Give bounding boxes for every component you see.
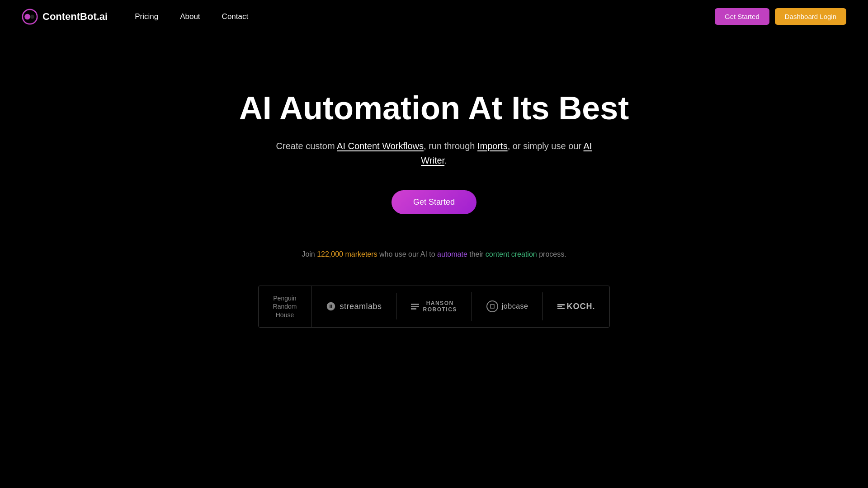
penguin-line2: Random bbox=[273, 302, 297, 310]
hero-subtitle-mid1: , run through bbox=[424, 141, 477, 151]
nav-get-started-button[interactable]: Get Started bbox=[715, 8, 769, 25]
logos-section: Penguin Random House streamlabs bbox=[258, 286, 610, 328]
hero-link-imports[interactable]: Imports bbox=[477, 141, 508, 151]
koch-text: KOCH. bbox=[566, 302, 595, 311]
hanson-text-2: ROBOTICS bbox=[423, 306, 457, 313]
logo-koch: KOCH. bbox=[543, 294, 609, 319]
nav-link-pricing[interactable]: Pricing bbox=[135, 12, 158, 21]
social-proof-post: process. bbox=[537, 250, 566, 258]
hero-subtitle-pre: Create custom bbox=[276, 141, 337, 151]
social-proof-mid1: who use our AI to bbox=[377, 250, 438, 258]
logo-jobcase: jobcase bbox=[472, 292, 543, 320]
social-proof: Join 122,000 marketers who use our AI to… bbox=[302, 250, 566, 258]
social-proof-automate: automate bbox=[437, 250, 467, 258]
social-proof-pre: Join bbox=[302, 250, 317, 258]
social-proof-content-creation: content creation bbox=[486, 250, 537, 258]
jobcase-icon bbox=[486, 300, 498, 312]
hanson-icon bbox=[411, 304, 419, 310]
jobcase-text: jobcase bbox=[502, 302, 528, 310]
logo-penguin: Penguin Random House bbox=[259, 286, 312, 327]
nav-links: Pricing About Contact bbox=[135, 12, 715, 21]
nav-link-contact[interactable]: Contact bbox=[222, 12, 249, 21]
koch-icon bbox=[557, 304, 565, 309]
logo-icon bbox=[22, 9, 38, 25]
streamlabs-icon bbox=[326, 301, 336, 311]
hero-get-started-button[interactable]: Get Started bbox=[392, 190, 476, 214]
social-proof-mid2: their bbox=[467, 250, 486, 258]
hanson-text-1: HANSON bbox=[423, 300, 457, 306]
nav-actions: Get Started Dashboard Login bbox=[715, 8, 846, 25]
streamlabs-text: streamlabs bbox=[340, 302, 382, 311]
hero-subtitle-post: . bbox=[444, 155, 447, 165]
penguin-line3: House bbox=[273, 311, 297, 319]
jobcase-inner-icon bbox=[489, 303, 495, 310]
hero-subtitle: Create custom AI Content Workflows, run … bbox=[264, 139, 604, 168]
svg-point-1 bbox=[24, 14, 30, 19]
nav-link-about[interactable]: About bbox=[180, 12, 200, 21]
logo-link[interactable]: ContentBot.ai bbox=[22, 9, 108, 25]
svg-point-2 bbox=[30, 14, 34, 19]
navbar: ContentBot.ai Pricing About Contact Get … bbox=[0, 0, 868, 33]
hero-title: AI Automation At Its Best bbox=[239, 90, 629, 126]
logo-text: ContentBot.ai bbox=[42, 11, 108, 23]
penguin-line1: Penguin bbox=[273, 294, 297, 302]
hero-section: AI Automation At Its Best Create custom … bbox=[0, 0, 868, 355]
hero-subtitle-mid2: , or simply use our bbox=[508, 141, 584, 151]
logo-streamlabs: streamlabs bbox=[311, 293, 396, 319]
hero-link-ai-workflows[interactable]: AI Content Workflows bbox=[337, 141, 424, 151]
nav-dashboard-login-button[interactable]: Dashboard Login bbox=[775, 8, 846, 25]
social-proof-marketers: 122,000 marketers bbox=[317, 250, 377, 258]
logo-hanson: HANSON ROBOTICS bbox=[396, 292, 472, 321]
